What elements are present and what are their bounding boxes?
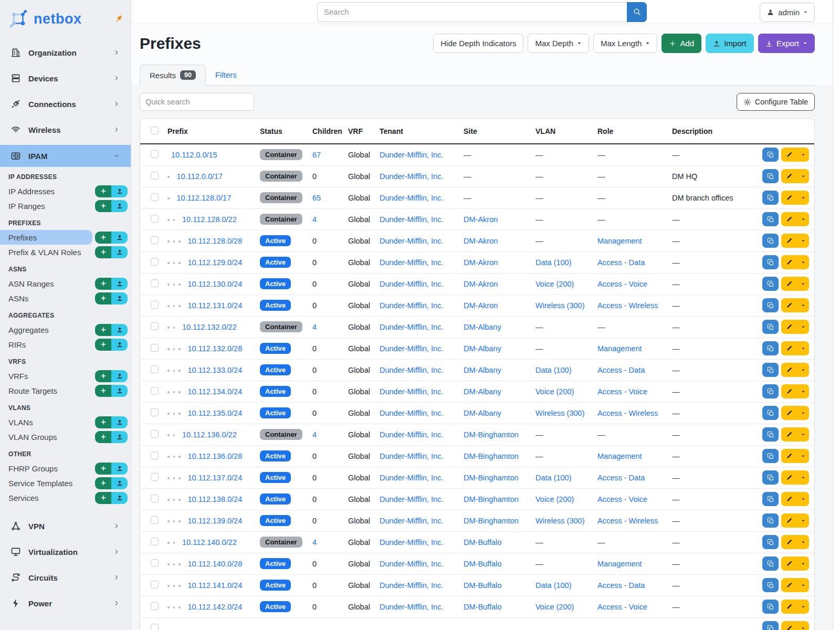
- tab-results[interactable]: Results90: [140, 65, 206, 86]
- add-button[interactable]: [95, 463, 111, 475]
- clone-button[interactable]: [762, 449, 779, 463]
- edit-dropdown-toggle[interactable]: [797, 255, 809, 269]
- sidebar-link-aggregates[interactable]: Aggregates: [0, 322, 131, 337]
- sidebar-item-virtualization[interactable]: Virtualization: [0, 541, 131, 562]
- prefix-link[interactable]: 10.112.132.0/22: [182, 323, 237, 331]
- row-checkbox[interactable]: [151, 559, 159, 567]
- upload-icon[interactable]: [111, 370, 128, 382]
- pin-sidebar-icon[interactable]: [114, 14, 123, 24]
- sidebar-link-asns[interactable]: ASNs: [0, 291, 131, 306]
- vlan-link[interactable]: Data (100): [536, 258, 572, 267]
- edit-button[interactable]: [781, 578, 797, 592]
- tenant-link[interactable]: Dunder-Mifflin, Inc.: [380, 409, 443, 417]
- row-checkbox[interactable]: [151, 193, 159, 201]
- sidebar-link-ip-ranges[interactable]: IP Ranges: [0, 198, 131, 213]
- column-header-role[interactable]: Role: [593, 119, 668, 144]
- tenant-link[interactable]: Dunder-Mifflin, Inc.: [380, 344, 443, 353]
- vlan-link[interactable]: Voice (200): [536, 495, 574, 503]
- prefix-link[interactable]: 10.112.0.0/15: [171, 151, 217, 159]
- quick-search-input[interactable]: [140, 93, 254, 111]
- edit-dropdown-toggle[interactable]: [797, 148, 809, 162]
- sidebar-item-vpn[interactable]: VPN: [0, 516, 131, 537]
- edit-button[interactable]: [781, 277, 797, 291]
- sidebar-item-circuits[interactable]: Circuits: [0, 567, 131, 588]
- search-input[interactable]: [317, 2, 627, 22]
- edit-button[interactable]: [781, 212, 797, 226]
- add-button[interactable]: [95, 416, 111, 428]
- clone-button[interactable]: [762, 384, 779, 398]
- edit-dropdown-toggle[interactable]: [797, 191, 809, 205]
- edit-dropdown-toggle[interactable]: [797, 234, 809, 248]
- add-button[interactable]: [95, 492, 111, 504]
- clone-button[interactable]: [762, 234, 779, 248]
- row-checkbox[interactable]: [151, 236, 159, 244]
- sidebar-item-ipam[interactable]: IPAM: [0, 145, 131, 167]
- add-button[interactable]: [95, 385, 111, 397]
- role-link[interactable]: Access - Wireless: [597, 301, 658, 310]
- upload-icon[interactable]: [111, 431, 128, 443]
- edit-dropdown-toggle[interactable]: [797, 169, 809, 183]
- prefix-link[interactable]: 10.112.135.0/24: [188, 409, 243, 417]
- edit-button[interactable]: [781, 341, 797, 355]
- edit-button[interactable]: [781, 492, 797, 506]
- add-button[interactable]: [95, 339, 111, 351]
- tenant-link[interactable]: Dunder-Mifflin, Inc.: [380, 366, 443, 374]
- prefix-link[interactable]: 10.112.140.0/28: [188, 560, 243, 568]
- tenant-link[interactable]: Dunder-Mifflin, Inc.: [380, 194, 443, 202]
- edit-dropdown-toggle[interactable]: [797, 621, 809, 630]
- edit-dropdown-toggle[interactable]: [797, 427, 809, 442]
- clone-button[interactable]: [762, 556, 779, 571]
- add-button[interactable]: Add: [662, 34, 701, 53]
- role-link[interactable]: Access - Data: [597, 581, 645, 590]
- upload-icon[interactable]: [111, 477, 128, 489]
- tenant-link[interactable]: Dunder-Mifflin, Inc.: [380, 474, 443, 482]
- tenant-link[interactable]: Dunder-Mifflin, Inc.: [380, 560, 443, 568]
- clone-button[interactable]: [762, 621, 779, 630]
- prefix-link[interactable]: 10.112.128.0/22: [182, 215, 237, 224]
- vlan-link[interactable]: Data (100): [536, 366, 572, 374]
- role-link[interactable]: Management: [597, 344, 642, 353]
- row-checkbox[interactable]: [151, 602, 159, 610]
- upload-icon[interactable]: [111, 492, 128, 504]
- add-button[interactable]: [95, 232, 111, 244]
- clone-button[interactable]: [762, 191, 779, 205]
- add-button[interactable]: [95, 200, 111, 212]
- prefix-link[interactable]: 10.112.136.0/28: [188, 452, 243, 460]
- sidebar-link-prefixes[interactable]: Prefixes: [0, 230, 131, 245]
- clone-button[interactable]: [762, 341, 779, 355]
- column-header-children[interactable]: Children: [308, 119, 344, 144]
- edit-button[interactable]: [781, 535, 797, 549]
- edit-button[interactable]: [781, 427, 797, 442]
- vlan-link[interactable]: Voice (200): [536, 603, 574, 611]
- site-link[interactable]: DM-Buffalo: [464, 560, 501, 568]
- edit-dropdown-toggle[interactable]: [797, 277, 809, 291]
- role-link[interactable]: Access - Voice: [597, 603, 647, 611]
- sidebar-item-organization[interactable]: Organization: [0, 42, 131, 63]
- add-button[interactable]: [95, 278, 111, 290]
- vlan-link[interactable]: Wireless (300): [536, 301, 584, 310]
- clone-button[interactable]: [762, 578, 779, 592]
- row-checkbox[interactable]: [151, 150, 159, 158]
- row-checkbox[interactable]: [151, 322, 159, 330]
- row-checkbox[interactable]: [151, 365, 159, 373]
- add-button[interactable]: [95, 431, 111, 443]
- tenant-link[interactable]: Dunder-Mifflin, Inc.: [380, 517, 443, 525]
- site-link[interactable]: DM-Buffalo: [464, 581, 501, 590]
- clone-button[interactable]: [762, 298, 779, 312]
- role-link[interactable]: Access - Voice: [597, 495, 647, 503]
- sidebar-item-connections[interactable]: Connections: [0, 93, 131, 114]
- row-checkbox[interactable]: [151, 581, 159, 589]
- sidebar-link-rirs[interactable]: RIRs: [0, 337, 131, 352]
- role-link[interactable]: Management: [597, 237, 642, 245]
- edit-button[interactable]: [781, 298, 797, 312]
- edit-dropdown-toggle[interactable]: [797, 535, 809, 549]
- prefix-link[interactable]: 10.112.136.0/22: [182, 430, 237, 439]
- edit-dropdown-toggle[interactable]: [797, 578, 809, 592]
- site-link[interactable]: DM-Buffalo: [464, 538, 501, 547]
- vlan-link[interactable]: Wireless (300): [536, 517, 584, 525]
- vlan-link[interactable]: Data (100): [536, 474, 572, 482]
- configure-table-button[interactable]: Configure Table: [737, 93, 815, 111]
- children-count-link[interactable]: 4: [312, 323, 317, 331]
- search-button[interactable]: [627, 2, 647, 22]
- row-checkbox[interactable]: [151, 473, 159, 481]
